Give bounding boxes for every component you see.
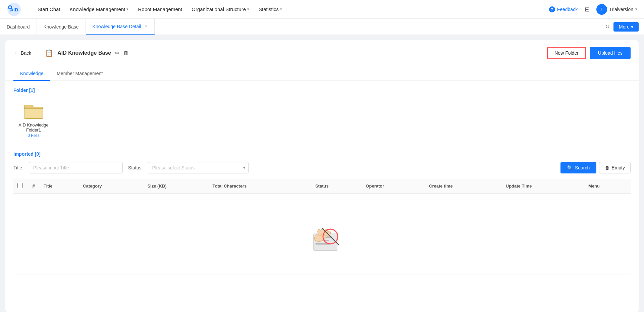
question-icon: ?: [549, 6, 555, 12]
imported-section: Imported [0] Title: Status: ▾ Please sel…: [13, 151, 631, 274]
select-all-header: [13, 179, 27, 194]
nav-right: ? Feedback ⊟ T Trialversion ▾: [549, 4, 637, 15]
nav-statistics[interactable]: Statistics ▾: [259, 6, 282, 12]
translate-icon[interactable]: ⊟: [583, 5, 591, 13]
breadcrumb-tab-knowledge-base[interactable]: Knowledge Base: [37, 19, 86, 35]
status-filter-wrapper: ▾ Please select Status: [148, 162, 249, 173]
knowledge-base-icon: 📋: [45, 49, 53, 57]
chevron-down-icon: ▾: [631, 24, 633, 30]
more-button[interactable]: More ▾: [613, 22, 639, 32]
new-folder-button[interactable]: New Folder: [547, 47, 586, 59]
col-create-time: Create time: [426, 179, 502, 194]
title-filter-label: Title:: [13, 165, 23, 170]
top-navigation: AID Start Chat Knowledge Management ▾ Ro…: [0, 0, 644, 19]
edit-icon[interactable]: ✏: [115, 50, 119, 56]
page-header: ← Back 📋 AID Knowledge Base ✏ 🗑 New Fold…: [5, 40, 639, 66]
empty-button[interactable]: 🗑 Empty: [599, 162, 631, 173]
main-content: ← Back 📋 AID Knowledge Base ✏ 🗑 New Fold…: [5, 40, 639, 312]
col-update-time: Update Time: [502, 179, 585, 194]
breadcrumb-bar: Dashboard Knowledge Base Knowledge Base …: [0, 19, 644, 35]
nav-start-chat[interactable]: Start Chat: [38, 6, 60, 12]
logo[interactable]: AID: [7, 2, 21, 17]
status-filter-label: Status:: [128, 165, 143, 170]
upload-files-button[interactable]: Upload files: [590, 47, 631, 59]
breadcrumb-tabs: Dashboard Knowledge Base Knowledge Base …: [0, 19, 600, 35]
feedback-button[interactable]: ? Feedback: [549, 6, 578, 12]
nav-robot-management[interactable]: Robot Management: [138, 6, 182, 12]
col-menu: Menu: [585, 179, 631, 194]
empty-state: [13, 194, 631, 274]
col-status: Status: [312, 179, 362, 194]
col-operator: Operator: [362, 179, 426, 194]
col-category: Category: [79, 179, 144, 194]
folder-files: 0 Files: [28, 133, 39, 138]
table-body: [13, 194, 631, 274]
divider: [38, 50, 38, 56]
status-select[interactable]: [148, 162, 249, 173]
folder-grid: AID Knowledge Folder1 0 Files: [13, 98, 631, 142]
empty-state-row: [13, 194, 631, 274]
breadcrumb-tab-detail[interactable]: Knowledge Base Detail ✕: [86, 19, 155, 35]
nav-menu: Start Chat Knowledge Management ▾ Robot …: [38, 6, 538, 12]
refresh-icon[interactable]: ↻: [605, 23, 609, 30]
delete-icon[interactable]: 🗑: [123, 50, 129, 56]
empty-illustration: [295, 214, 349, 254]
header-actions: New Folder Upload files: [547, 47, 631, 59]
filter-actions: 🔍 Search 🗑 Empty: [560, 162, 631, 173]
breadcrumb-tab-dashboard[interactable]: Dashboard: [0, 19, 37, 35]
nav-org-structure[interactable]: Organizational Structure ▾: [192, 6, 249, 12]
search-button[interactable]: 🔍 Search: [560, 162, 596, 173]
back-button[interactable]: ← Back: [13, 50, 31, 56]
content-tabs: Knowledge Member Management: [5, 66, 639, 81]
folder-name: AID Knowledge Folder1: [17, 122, 50, 133]
tab-member-management[interactable]: Member Management: [50, 66, 109, 81]
close-icon[interactable]: ✕: [144, 24, 148, 29]
search-icon: 🔍: [567, 165, 573, 170]
imported-section-title: Imported [0]: [13, 151, 631, 157]
col-size: Size (KB): [144, 179, 209, 194]
chevron-down-icon: ▾: [635, 7, 637, 11]
nav-knowledge-management[interactable]: Knowledge Management ▾: [70, 6, 129, 12]
chevron-down-icon: ▾: [126, 7, 128, 11]
col-number: #: [27, 179, 40, 194]
folder-item[interactable]: AID Knowledge Folder1 0 Files: [13, 98, 54, 142]
kb-name: AID Knowledge Base: [57, 50, 111, 56]
avatar: T: [596, 4, 607, 15]
breadcrumb-right: ↻ More ▾: [600, 22, 644, 32]
select-all-checkbox[interactable]: [17, 183, 23, 188]
tab-knowledge[interactable]: Knowledge: [13, 66, 50, 81]
trash-icon: 🗑: [605, 165, 609, 170]
user-menu[interactable]: T Trialversion ▾: [596, 4, 637, 15]
title-search-input[interactable]: [29, 162, 123, 173]
svg-rect-5: [24, 108, 43, 118]
filter-row: Title: Status: ▾ Please select Status 🔍 …: [13, 162, 631, 173]
data-table: # Title Category Size (KB) Total Charact…: [13, 179, 631, 274]
folder-section-title: Folder [1]: [13, 88, 631, 93]
col-title: Title: [40, 179, 79, 194]
chevron-down-icon: ▾: [247, 7, 249, 11]
content-body: Folder [1] AID Knowledge Folder1 0 Files…: [5, 81, 639, 281]
chevron-down-icon: ▾: [280, 7, 282, 11]
table-header: # Title Category Size (KB) Total Charact…: [13, 179, 631, 194]
back-arrow-icon: ←: [13, 50, 19, 56]
svg-point-3: [9, 6, 11, 8]
col-total-chars: Total Characters: [209, 179, 312, 194]
